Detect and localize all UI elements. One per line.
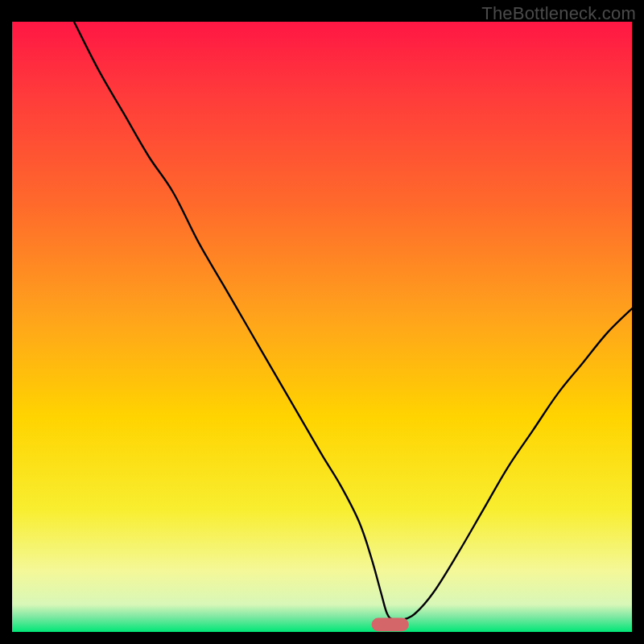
gradient-background [12, 22, 632, 632]
chart-wrapper: TheBottleneck.com [0, 0, 644, 644]
plot-frame [12, 22, 632, 632]
bottleneck-chart [12, 22, 632, 632]
optimum-marker [372, 618, 409, 632]
watermark-text: TheBottleneck.com [481, 3, 636, 24]
